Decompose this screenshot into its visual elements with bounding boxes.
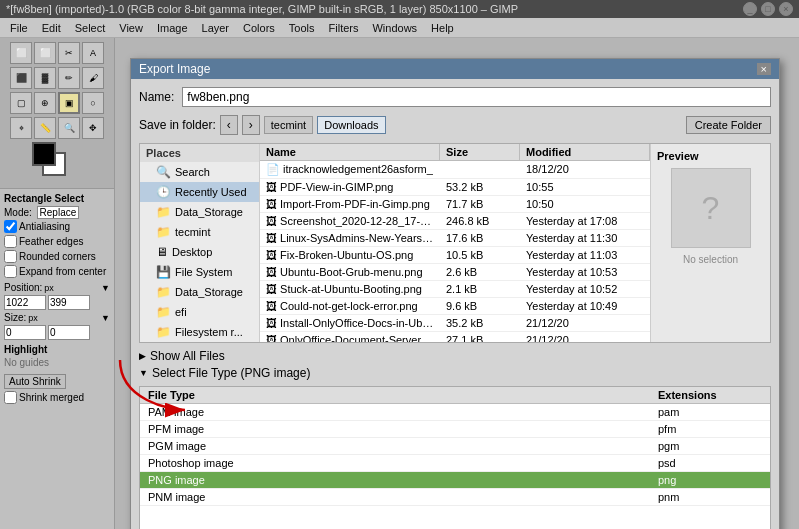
minimize-btn[interactable]: _: [743, 2, 757, 16]
menu-edit[interactable]: Edit: [36, 20, 67, 36]
position-x-input[interactable]: [4, 295, 46, 310]
maximize-btn[interactable]: □: [761, 2, 775, 16]
tool-move[interactable]: ✥: [82, 117, 104, 139]
tool-measure[interactable]: 📏: [34, 117, 56, 139]
feather-edges-checkbox[interactable]: [4, 235, 17, 248]
show-all-files-label: Show All Files: [150, 349, 225, 363]
file-browser: Places 🔍 Search 🕒 Recently Used 📁 Data_S…: [139, 143, 771, 343]
antialiasing-checkbox[interactable]: [4, 220, 17, 233]
tool-eraser[interactable]: ▢: [10, 92, 32, 114]
file-icon: 🖼: [266, 317, 277, 329]
auto-shrink-button[interactable]: Auto Shrink: [4, 374, 66, 389]
recently-used-icon: 🕒: [156, 185, 171, 199]
gimp-toolbox: ⬜ ⬜ ✂ A ⬛ ▓ ✏ 🖌 ▢ ⊕ ▣ ○ ⌖ 📏 🔍 ✥: [0, 38, 115, 529]
file-modified-cell: Yesterday at 11:30: [520, 230, 650, 246]
places-tecmint[interactable]: 📁 tecmint: [140, 222, 259, 242]
create-folder-button[interactable]: Create Folder: [686, 116, 771, 134]
filetype-row[interactable]: Photoshop image psd: [140, 455, 770, 472]
places-efi[interactable]: 📁 efi: [140, 302, 259, 322]
filetype-section: File Type Extensions PAM image pam PFM i…: [139, 386, 771, 529]
expand-from-center-row: Expand from center: [4, 265, 110, 278]
tool-ellipse[interactable]: ○: [82, 92, 104, 114]
path-downloads[interactable]: Downloads: [317, 116, 385, 134]
table-row[interactable]: 🖼 OnlyOffice-Document-Server.png 27.1 kB…: [260, 332, 650, 342]
files-panel[interactable]: Name Size Modified 📄 itracknowledgement2…: [260, 144, 650, 342]
places-filesystem2[interactable]: 📁 Filesystem r...: [140, 322, 259, 342]
table-row[interactable]: 🖼 Import-From-PDF-in-Gimp.png 71.7 kB 10…: [260, 196, 650, 213]
menu-filters[interactable]: Filters: [323, 20, 365, 36]
menu-layer[interactable]: Layer: [196, 20, 236, 36]
foreground-color-swatch[interactable]: [32, 142, 56, 166]
tool-clone[interactable]: ⊕: [34, 92, 56, 114]
shrink-merged-checkbox[interactable]: [4, 391, 17, 404]
menu-file[interactable]: File: [4, 20, 34, 36]
filetype-ext-cell: pfm: [650, 421, 770, 437]
places-desktop[interactable]: 🖥 Desktop: [140, 242, 259, 262]
file-modified-cell: Yesterday at 10:53: [520, 264, 650, 280]
select-file-type-toggle[interactable]: ▼: [139, 368, 148, 378]
filetype-row[interactable]: PGM image pgm: [140, 438, 770, 455]
menu-tools[interactable]: Tools: [283, 20, 321, 36]
preview-question-icon: ?: [702, 190, 720, 227]
tool-text[interactable]: A: [82, 42, 104, 64]
file-name-cell: 🖼 OnlyOffice-Document-Server.png: [260, 332, 440, 342]
menu-select[interactable]: Select: [69, 20, 112, 36]
nav-back-button[interactable]: ‹: [220, 115, 238, 135]
table-row[interactable]: 🖼 Stuck-at-Ubuntu-Booting.png 2.1 kB Yes…: [260, 281, 650, 298]
expand-from-center-checkbox[interactable]: [4, 265, 17, 278]
path-tecmint[interactable]: tecmint: [264, 116, 313, 134]
tool-bucket-fill[interactable]: ⬛: [10, 67, 32, 89]
filetype-row[interactable]: PAM image pam: [140, 404, 770, 421]
table-row[interactable]: 🖼 Could-not-get-lock-error.png 9.6 kB Ye…: [260, 298, 650, 315]
table-row[interactable]: 📄 itracknowledgement26asform_ 18/12/20: [260, 161, 650, 179]
filetype-name-cell: PFM image: [140, 421, 650, 437]
size-y-input[interactable]: [48, 325, 90, 340]
table-row[interactable]: 🖼 PDF-View-in-GIMP.png 53.2 kB 10:55: [260, 179, 650, 196]
tool-rectangle-select[interactable]: ▣: [58, 92, 80, 114]
position-y-input[interactable]: [48, 295, 90, 310]
rounded-corners-checkbox[interactable]: [4, 250, 17, 263]
filetype-row[interactable]: PNM image pnm: [140, 489, 770, 506]
tool-paintbrush[interactable]: 🖌: [82, 67, 104, 89]
dialog-close-button[interactable]: ×: [757, 63, 771, 75]
table-row[interactable]: 🖼 Ubuntu-Boot-Grub-menu.png 2.6 kB Yeste…: [260, 264, 650, 281]
filename-input[interactable]: [182, 87, 771, 107]
size-x-input[interactable]: [4, 325, 46, 340]
file-name-cell: 🖼 PDF-View-in-GIMP.png: [260, 179, 440, 195]
tool-foreground-select[interactable]: ⬜: [10, 42, 32, 64]
filetype-ext-cell: psd: [650, 455, 770, 471]
file-size-cell: 27.1 kB: [440, 332, 520, 342]
tool-lasso[interactable]: ⌖: [10, 117, 32, 139]
table-row[interactable]: 🖼 Screenshot_2020-12-28_17-06-18.png 246…: [260, 213, 650, 230]
menu-windows[interactable]: Windows: [366, 20, 423, 36]
table-row[interactable]: 🖼 Fix-Broken-Ubuntu-OS.png 10.5 kB Yeste…: [260, 247, 650, 264]
places-data-storage2[interactable]: 📁 Data_Storage: [140, 282, 259, 302]
filetype-row[interactable]: PNG image png: [140, 472, 770, 489]
tool-blend[interactable]: ▓: [34, 67, 56, 89]
tool-fuzzy-select[interactable]: ⬜: [34, 42, 56, 64]
places-filesystem[interactable]: 💾 File System: [140, 262, 259, 282]
menu-image[interactable]: Image: [151, 20, 194, 36]
menu-help[interactable]: Help: [425, 20, 460, 36]
places-header: Places: [140, 144, 259, 162]
table-row[interactable]: 🖼 Install-OnlyOffice-Docs-in-Ubuntu.png …: [260, 315, 650, 332]
bottom-options: ▶ Show All Files ▼ Select File Type (PNG…: [139, 349, 771, 380]
filetype-row[interactable]: PFM image pfm: [140, 421, 770, 438]
file-icon: 🖼: [266, 232, 277, 244]
desktop-icon: 🖥: [156, 245, 168, 259]
close-btn[interactable]: ×: [779, 2, 793, 16]
file-name-cell: 🖼 Install-OnlyOffice-Docs-in-Ubuntu.png: [260, 315, 440, 331]
places-recently-used[interactable]: 🕒 Recently Used: [140, 182, 259, 202]
menu-view[interactable]: View: [113, 20, 149, 36]
menu-colors[interactable]: Colors: [237, 20, 281, 36]
filetype-ext-cell: pgm: [650, 438, 770, 454]
nav-forward-button[interactable]: ›: [242, 115, 260, 135]
tool-pencil[interactable]: ✏: [58, 67, 80, 89]
col-modified: Modified: [520, 144, 650, 160]
places-data-storage[interactable]: 📁 Data_Storage: [140, 202, 259, 222]
show-all-files-toggle[interactable]: ▶: [139, 351, 146, 361]
places-search[interactable]: 🔍 Search: [140, 162, 259, 182]
tool-path[interactable]: ✂: [58, 42, 80, 64]
tool-zoom[interactable]: 🔍: [58, 117, 80, 139]
table-row[interactable]: 🖼 Linux-SysAdmins-New-Years-Resolutions.…: [260, 230, 650, 247]
